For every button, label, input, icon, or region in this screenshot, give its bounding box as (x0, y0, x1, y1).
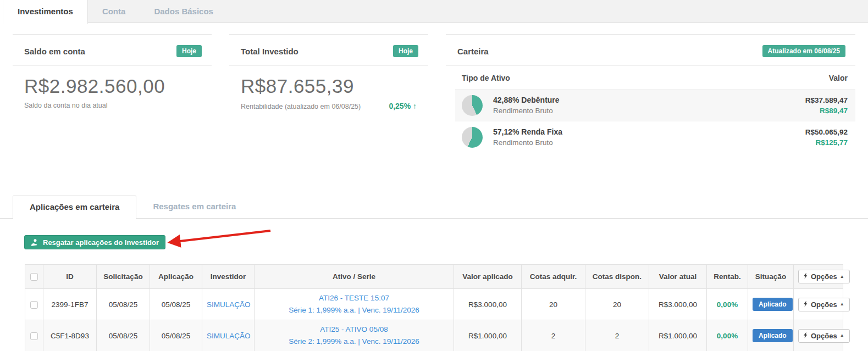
cell-aplicacao: 05/08/25 (150, 320, 202, 351)
asset-type-label: 42,88% Debênture (493, 96, 560, 104)
cell-id: 2399-1FB7 (43, 289, 97, 320)
cell-rentab: 0,00% (717, 300, 738, 309)
col-tipo-de-ativo: Tipo de Ativo (462, 74, 510, 82)
row-checkbox[interactable] (30, 301, 38, 309)
arrow-up-icon: ↑ (413, 102, 417, 110)
caret-up-icon: ▲ (840, 333, 844, 338)
asset-type-label: 57,12% Renda Fixa (493, 127, 562, 136)
page: Investimentos Conta Dados Básicos Saldo … (0, 0, 868, 351)
bolt-icon (804, 272, 808, 281)
applications-table: ID Solicitação Aplicação Investidor Ativ… (25, 264, 843, 351)
asset-sublabel: Rendimento Bruto (493, 138, 562, 147)
cell-valor-atual: R$3.000,00 (649, 289, 707, 320)
col-valor-aplicado: Valor aplicado (454, 265, 522, 289)
pie-chart-icon (462, 127, 483, 148)
ativo-link[interactable]: ATI26 - TESTE 15:07 (319, 294, 389, 302)
cell-valor-aplicado: R$3.000,00 (454, 289, 522, 320)
tab-investimentos[interactable]: Investimentos (3, 0, 88, 24)
cell-rentab: 0,00% (717, 332, 738, 340)
cell-solicitacao: 05/08/25 (97, 289, 150, 320)
asset-sublabel: Rendimento Bruto (493, 107, 560, 115)
asset-gain: R$89,47 (805, 107, 848, 115)
investidor-link[interactable]: SIMULAÇÃO (207, 300, 251, 309)
portfolio-tab-bar: Aplicações em carteira Resgates em carte… (0, 196, 868, 219)
cell-cotas-adquir: 2 (522, 320, 585, 351)
total-investido-subtitle: Rentabilidade (atualizado em 06/08/25) (241, 103, 361, 110)
col-ativo-serie: Ativo / Serie (255, 265, 454, 289)
tab-resgates-em-carteira[interactable]: Resgates em carteira (136, 196, 252, 219)
cell-valor-atual: R$1.000,00 (649, 320, 707, 351)
cell-cotas-dispon: 2 (585, 320, 649, 351)
cell-id: C5F1-8D93 (43, 320, 97, 351)
col-cotas-dispon: Cotas dispon. (585, 265, 649, 289)
asset-value: R$50.065,92 (805, 128, 848, 136)
row-checkbox[interactable] (30, 332, 38, 340)
bolt-icon (804, 300, 808, 309)
table-row: C5F1-8D93 05/08/25 05/08/25 SIMULAÇÃO AT… (25, 320, 843, 351)
col-id: ID (43, 265, 97, 289)
card-title: Carteira (457, 47, 489, 56)
cell-valor-aplicado: R$1.000,00 (454, 320, 522, 351)
hoje-badge: Hoje (393, 45, 418, 57)
opcoes-header-button[interactable]: Opções ▲ (798, 270, 850, 283)
resgatar-aplicacoes-button[interactable]: Resgatar aplicações do Investidor (24, 235, 165, 249)
tab-aplicacoes-em-carteira[interactable]: Aplicações em carteira (13, 196, 136, 219)
rentability-trend: 0,25% ↑ (389, 102, 417, 110)
tab-conta[interactable]: Conta (88, 0, 140, 24)
carteira-row: 42,88% Debênture Rendimento Bruto R$37.5… (455, 89, 855, 121)
status-badge: Aplicado (753, 329, 793, 342)
col-solicitacao: Solicitação (97, 265, 150, 289)
table-row: 2399-1FB7 05/08/25 05/08/25 SIMULAÇÃO AT… (25, 289, 843, 320)
col-rentab: Rentab. (707, 265, 748, 289)
serie-link[interactable]: Série 1: 1,999% a.a. | Venc. 19/11/2026 (289, 306, 419, 314)
col-valor: Valor (829, 74, 848, 82)
saldo-value: R$2.982.560,00 (24, 75, 200, 97)
card-saldo-em-conta: Saldo em conta Hoje R$2.982.560,00 Saldo… (13, 34, 212, 117)
cell-cotas-dispon: 20 (585, 289, 649, 320)
caret-up-icon: ▲ (840, 275, 844, 279)
col-situacao: Situação (748, 265, 794, 289)
select-all-checkbox[interactable] (30, 273, 38, 281)
col-investidor: Investidor (202, 265, 255, 289)
asset-gain: R$125,77 (805, 138, 848, 147)
table-header-row: ID Solicitação Aplicação Investidor Ativ… (25, 265, 843, 289)
hoje-badge: Hoje (176, 45, 202, 57)
serie-link[interactable]: Série 2: 1,999% a.a. | Venc. 19/11/2026 (289, 337, 419, 346)
caret-up-icon: ▲ (840, 302, 844, 307)
bolt-icon (804, 332, 808, 340)
card-title: Saldo em conta (24, 47, 85, 56)
col-cotas-adquir: Cotas adquir. (522, 265, 585, 289)
carteira-table: Tipo de Ativo Valor 42,88% Debênture Ren… (455, 66, 855, 153)
card-title: Total Investido (241, 47, 298, 56)
hand-coin-icon (31, 238, 39, 246)
col-aplicacao: Aplicação (150, 265, 202, 289)
asset-value: R$37.589,47 (805, 96, 848, 104)
pie-chart-icon (462, 95, 483, 116)
saldo-subtitle: Saldo da conta no dia atual (24, 102, 200, 109)
main-tab-bar: Investimentos Conta Dados Básicos (0, 0, 868, 23)
tab-dados-basicos[interactable]: Dados Básicos (140, 0, 228, 24)
status-badge: Aplicado (753, 298, 793, 311)
cell-solicitacao: 05/08/25 (97, 320, 150, 351)
ativo-link[interactable]: ATI25 - ATIVO 05/08 (320, 325, 388, 333)
carteira-row: 57,12% Renda Fixa Rendimento Bruto R$50.… (455, 121, 855, 153)
card-carteira: Carteira Atualizado em 06/08/25 Tipo de … (446, 34, 855, 153)
total-investido-value: R$87.655,39 (241, 75, 417, 97)
cell-aplicacao: 05/08/25 (150, 289, 202, 320)
col-valor-atual: Valor atual (649, 265, 707, 289)
opcoes-row-button[interactable]: Opções ▲ (798, 329, 850, 343)
atualizado-badge: Atualizado em 06/08/25 (762, 45, 845, 57)
card-total-investido: Total Investido Hoje R$87.655,39 Rentabi… (229, 34, 428, 118)
investidor-link[interactable]: SIMULAÇÃO (207, 332, 251, 340)
cell-cotas-adquir: 20 (522, 289, 585, 320)
opcoes-row-button[interactable]: Opções ▲ (798, 298, 850, 311)
